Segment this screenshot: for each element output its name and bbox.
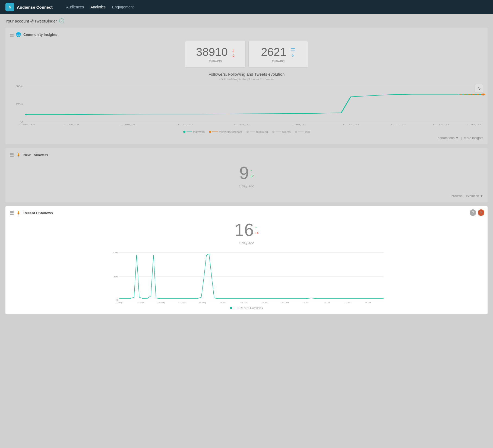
following-change: 0 <box>292 54 294 57</box>
brand: a Audiense Connect <box>5 3 53 11</box>
svg-text:3. Jul: 3. Jul <box>304 301 308 304</box>
legend-unfollows-dot <box>230 307 232 309</box>
svg-text:24. Jul: 24. Jul <box>365 301 371 304</box>
legend-tweets-dot <box>272 131 274 133</box>
new-followers-footer: browse | evolution ▼ <box>10 193 483 198</box>
svg-text:29. May: 29. May <box>199 301 206 304</box>
svg-text:1. Jan, 20: 1. Jan, 20 <box>120 123 136 126</box>
account-label: Your account @TweetBinder <box>5 19 57 23</box>
followers-stat-card: 38910 ↓ -2 followers <box>185 41 246 68</box>
svg-text:1. Jan, 22: 1. Jan, 22 <box>342 123 359 126</box>
following-stat-card: 2621 ☰ 0 following <box>248 41 308 68</box>
following-number: 2621 <box>261 46 286 59</box>
followers-chart-container: ∿ 50k 25k 0 1. Jan, 19 1. Jul, 19 <box>10 84 483 127</box>
account-header: Your account @TweetBinder ? <box>5 18 488 23</box>
nav-analytics[interactable]: Analytics <box>90 5 106 9</box>
person-minus-icon: 🧍 <box>16 210 21 216</box>
legend-following-label: following <box>256 130 268 133</box>
nav-audiences[interactable]: Audiences <box>66 5 84 9</box>
evolution-link[interactable]: evolution ▼ <box>466 194 483 198</box>
community-insights-panel: 🌐 Community Insights 38910 ↓ -2 follower… <box>5 28 488 144</box>
svg-text:8. May: 8. May <box>137 301 144 304</box>
followers-arrow-icon: ↓ <box>232 47 235 54</box>
close-icon[interactable]: ✕ <box>478 209 484 216</box>
new-followers-panel: 🧍 New Followers 9 ↑ +2 1 day ago browse … <box>5 148 488 202</box>
browse-link[interactable]: browse <box>451 194 462 198</box>
unfollows-count-display: 16 ↑ +4 <box>10 220 483 240</box>
legend-tweets[interactable]: tweets <box>272 130 291 133</box>
globe-icon: 🌐 <box>16 32 21 37</box>
unfollows-chart-svg: 1000 500 0 1. May 8. May 15. May 22. May… <box>10 249 483 304</box>
annotations-link[interactable]: annotations ▼ <box>438 136 459 140</box>
new-followers-change: ↑ +2 <box>250 168 254 178</box>
svg-text:12. Jun: 12. Jun <box>241 301 247 304</box>
unfollows-arrow-icon: ↑ <box>255 225 257 231</box>
unfollows-change-value: +4 <box>255 231 259 235</box>
chart-title: Followers, Following and Tweets evolutio… <box>10 72 483 76</box>
legend-tweets-line <box>276 132 281 132</box>
new-followers-arrow-icon: ↑ <box>250 168 252 174</box>
svg-text:1. Jul, 20: 1. Jul, 20 <box>177 123 193 126</box>
svg-text:10. Jul: 10. Jul <box>324 301 330 304</box>
legend-recent-unfollows[interactable]: Recent Unfollows <box>230 306 263 310</box>
legend-followers-dot <box>183 131 185 133</box>
svg-text:1. Jul, 21: 1. Jul, 21 <box>291 123 306 126</box>
legend-following-dot <box>246 131 249 133</box>
legend-unfollows-label: Recent Unfollows <box>240 306 263 310</box>
recent-unfollows-title: Recent Unfollows <box>23 211 53 215</box>
legend-lists-label: lists <box>305 130 310 133</box>
svg-text:1. Jul, 19: 1. Jul, 19 <box>64 123 79 126</box>
chart-subtitle: Click and drag in the plot area to zoom … <box>10 78 483 81</box>
new-followers-time: 1 day ago <box>10 184 483 188</box>
legend-tweets-label: tweets <box>282 130 291 133</box>
recent-unfollows-header: 🧍 Recent Unfollows <box>10 210 483 216</box>
legend-lists[interactable]: lists <box>295 130 310 133</box>
svg-text:1. Jul, 23: 1. Jul, 23 <box>466 123 482 126</box>
help-icon[interactable]: ? <box>59 18 64 23</box>
unfollows-change: ↑ +4 <box>255 225 259 235</box>
svg-point-6 <box>25 114 28 116</box>
legend-followers[interactable]: followers <box>183 130 205 133</box>
logo-icon: a <box>5 3 14 11</box>
svg-text:1000: 1000 <box>113 251 118 254</box>
svg-text:0: 0 <box>20 120 23 123</box>
svg-text:25k: 25k <box>15 103 23 105</box>
navbar: a Audiense Connect Audiences Analytics E… <box>0 0 493 14</box>
chart-zoom-button[interactable]: ∿ <box>475 84 483 93</box>
new-followers-count-display: 9 ↑ +2 <box>10 163 483 183</box>
unfollows-chart-container: 1000 500 0 1. May 8. May 15. May 22. May… <box>10 249 483 304</box>
svg-text:22. May: 22. May <box>178 301 185 304</box>
action-icons: ? ✕ <box>470 209 484 216</box>
more-insights-link[interactable]: more insights <box>464 136 483 140</box>
svg-text:15. May: 15. May <box>157 301 165 304</box>
followers-label: followers <box>196 59 235 63</box>
svg-text:0: 0 <box>116 299 118 301</box>
followers-badge: ↓ -2 <box>232 47 235 57</box>
svg-text:1. Jan, 19: 1. Jan, 19 <box>18 123 34 126</box>
followers-chart-svg: 50k 25k 0 1. Jan, 19 1. Jul, 19 1. Jan, … <box>10 84 483 125</box>
drag-handle-icon-2 <box>10 153 14 157</box>
legend-following[interactable]: following <box>246 130 268 133</box>
person-add-icon: 🧍 <box>16 152 21 158</box>
help-circle-icon[interactable]: ? <box>470 209 476 216</box>
new-followers-header: 🧍 New Followers <box>10 152 483 158</box>
legend-lists-line <box>298 132 304 132</box>
legend-forecast-line <box>212 132 218 132</box>
drag-handle-icon-3 <box>10 211 14 215</box>
stats-row: 38910 ↓ -2 followers 2621 ☰ 0 following <box>10 41 483 68</box>
legend-followers-label: followers <box>193 130 205 133</box>
community-insights-header: 🌐 Community Insights <box>10 32 483 37</box>
nav-engagement[interactable]: Engagement <box>112 5 134 9</box>
followers-change: -2 <box>232 54 235 57</box>
svg-text:26. Jun: 26. Jun <box>282 301 289 304</box>
svg-text:1. Jul, 22: 1. Jul, 22 <box>390 123 406 126</box>
svg-text:1. Jan, 23: 1. Jan, 23 <box>432 123 449 126</box>
community-insights-title: Community Insights <box>23 33 57 37</box>
unfollows-time: 1 day ago <box>10 241 483 245</box>
legend-forecast[interactable]: followers forecast <box>209 130 242 133</box>
svg-text:500: 500 <box>114 275 118 278</box>
chart-legend: followers followers forecast following t… <box>10 130 483 133</box>
unfollows-number: 16 <box>235 220 254 240</box>
page-content: Your account @TweetBinder ? 🌐 Community … <box>0 14 493 318</box>
brand-name: Audiense Connect <box>17 5 53 9</box>
